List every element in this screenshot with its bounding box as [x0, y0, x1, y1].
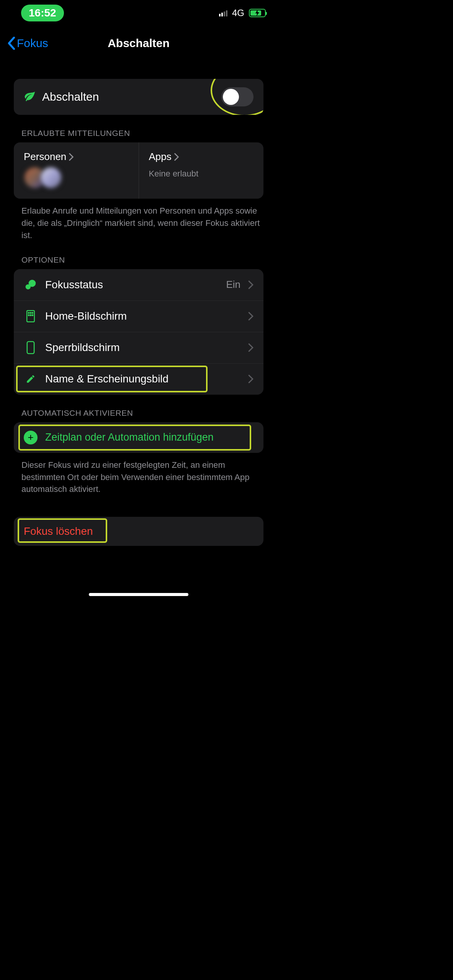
- chevron-right-icon: [248, 375, 253, 383]
- pencil-icon: [24, 374, 38, 384]
- option-home-screen[interactable]: Home-Bildschirm: [14, 301, 263, 332]
- add-automation-row[interactable]: + Zeitplan oder Automation hinzufügen: [14, 422, 263, 453]
- chevron-right-icon: [248, 343, 253, 352]
- svg-point-6: [28, 315, 29, 315]
- focus-status-icon: [24, 279, 38, 291]
- svg-point-4: [30, 312, 31, 313]
- delete-focus-label: Fokus löschen: [24, 525, 93, 537]
- status-bar: 16:52 4G: [0, 0, 277, 26]
- allowed-people-avatars: [24, 167, 129, 189]
- cellular-signal-icon: [219, 10, 227, 16]
- option-name-appearance[interactable]: Name & Erscheinungsbild: [14, 363, 263, 395]
- homescreen-icon: [24, 310, 38, 322]
- svg-rect-9: [27, 341, 34, 353]
- section-header-options: OPTIONEN: [0, 242, 277, 269]
- section-header-auto: AUTOMATISCH AKTIVIEREN: [0, 395, 277, 422]
- network-label: 4G: [232, 8, 244, 18]
- svg-point-5: [32, 312, 33, 313]
- time-pill: 16:52: [21, 5, 64, 21]
- home-indicator: [89, 593, 188, 596]
- option-lock-screen-label: Sperrbildschirm: [45, 341, 240, 354]
- allowed-people-label: Personen: [24, 151, 66, 163]
- focus-toggle-card: Abschalten: [14, 79, 263, 115]
- option-focus-status-label: Fokusstatus: [45, 279, 218, 291]
- allowed-apps-cell[interactable]: Apps Keine erlaubt: [139, 142, 264, 199]
- option-focus-status[interactable]: Fokusstatus Ein: [14, 269, 263, 301]
- delete-card: Fokus löschen: [14, 517, 263, 546]
- chevron-right-icon: [248, 312, 253, 320]
- focus-toggle-row: Abschalten: [14, 79, 263, 115]
- delete-focus-row[interactable]: Fokus löschen: [14, 517, 263, 546]
- allowed-people-cell[interactable]: Personen: [14, 142, 139, 199]
- battery-charging-icon: [249, 9, 266, 17]
- lockscreen-icon: [24, 341, 38, 354]
- add-automation-label: Zeitplan oder Automation hinzufügen: [45, 431, 214, 443]
- option-focus-status-value: Ein: [226, 279, 240, 291]
- allowed-apps-sub: Keine erlaubt: [149, 169, 254, 179]
- option-lock-screen[interactable]: Sperrbildschirm: [14, 332, 263, 363]
- leaf-icon: [24, 90, 36, 104]
- chevron-right-icon: [69, 153, 74, 161]
- back-button[interactable]: Fokus: [8, 37, 48, 50]
- focus-toggle-label: Abschalten: [42, 90, 215, 103]
- svg-point-1: [26, 284, 31, 289]
- allowed-notifications-card: Personen Apps Keine erlaubt: [14, 142, 263, 199]
- allowed-apps-label: Apps: [149, 151, 172, 163]
- svg-point-7: [30, 315, 31, 315]
- nav-header: Fokus Abschalten: [0, 26, 277, 57]
- automation-card: + Zeitplan oder Automation hinzufügen: [14, 422, 263, 453]
- section-header-allowed: ERLAUBTE MITTEILUNGEN: [0, 115, 277, 142]
- options-card: Fokusstatus Ein Home-Bildschirm Sperrbil…: [14, 269, 263, 395]
- chevron-left-icon: [8, 37, 15, 50]
- option-name-appearance-label: Name & Erscheinungsbild: [45, 373, 240, 385]
- focus-toggle-switch[interactable]: [221, 87, 253, 106]
- chevron-right-icon: [174, 153, 179, 161]
- plus-circle-icon: +: [24, 431, 38, 444]
- avatar: [40, 167, 62, 189]
- section-footer-auto: Dieser Fokus wird zu einer festgelegten …: [0, 453, 277, 496]
- option-home-screen-label: Home-Bildschirm: [45, 310, 240, 322]
- blackout-overlay: [0, 582, 277, 599]
- section-footer-allowed: Erlaube Anrufe und Mitteilungen von Pers…: [0, 199, 277, 242]
- svg-point-8: [32, 315, 33, 315]
- status-right: 4G: [219, 8, 266, 18]
- chevron-right-icon: [248, 281, 253, 289]
- back-label: Fokus: [17, 37, 48, 50]
- svg-point-3: [28, 312, 29, 313]
